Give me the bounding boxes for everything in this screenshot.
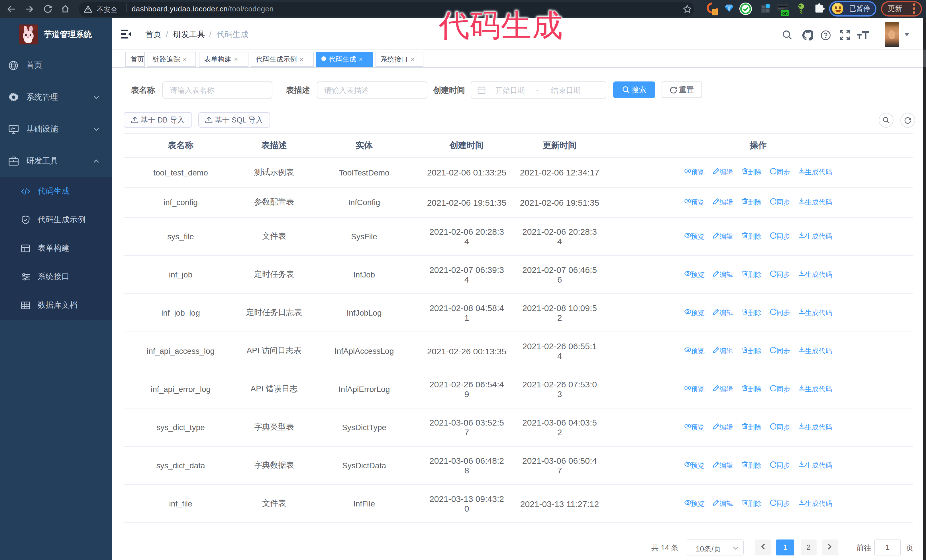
svg-text:1: 1 bbox=[713, 10, 716, 15]
svg-text:on: on bbox=[782, 11, 788, 16]
